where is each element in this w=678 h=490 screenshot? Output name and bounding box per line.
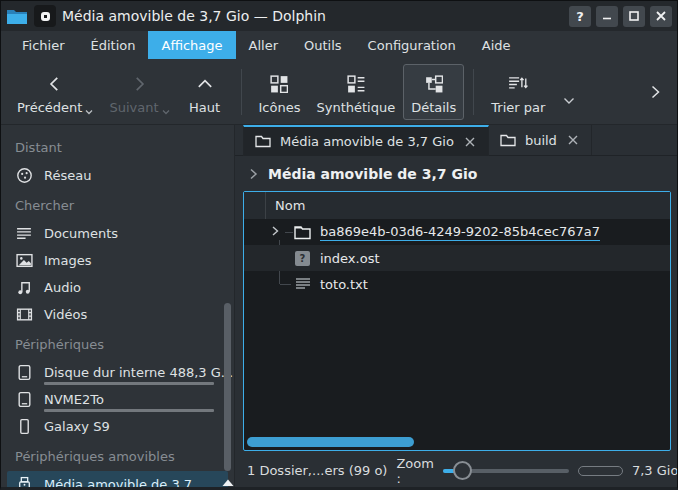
maximize-button[interactable] [623,6,645,27]
sidebar-item-galaxy-s9[interactable]: Galaxy S9 [7,413,228,440]
dolphin-window: Média amovible de 3,7 Gio — Dolphin ? Fi… [0,0,678,490]
toolbar-overflow-button[interactable] [641,77,669,107]
horizontal-scrollbar-track[interactable] [247,437,667,447]
file-row-folder[interactable]: ba869e4b-03d6-4249-9202-85b4cec767a7 [244,219,670,245]
eject-icon [220,478,235,488]
tab-build[interactable]: build [489,125,592,155]
sidebar-item-reseau[interactable]: Réseau [7,162,228,189]
text-file-icon [294,276,311,293]
eject-button[interactable] [220,478,235,488]
compact-view-button[interactable]: Synthétique [308,64,403,120]
titlebar: Média amovible de 3,7 Gio — Dolphin ? [1,1,677,31]
forward-button[interactable]: Suivant [101,64,177,120]
chevron-right-icon[interactable] [248,168,259,180]
menubar: Fichier Édition Affichage Aller Outils C… [1,31,677,59]
chevron-left-icon [46,73,64,95]
back-button[interactable]: Précédent [9,64,101,120]
section-distant: Distant [1,131,234,162]
sidebar-item-documents[interactable]: Documents [7,220,228,247]
menu-outils[interactable]: Outils [291,31,355,59]
file-rows: ba869e4b-03d6-4249-9202-85b4cec767a7 ? i… [244,219,670,297]
image-icon [15,252,33,270]
icons-view-button[interactable]: Icônes [251,64,309,120]
breadcrumb-location[interactable]: Média amovible de 3,7 Gio [268,166,477,182]
help-button[interactable]: ? [569,6,591,27]
music-note-icon [15,279,33,297]
up-button[interactable]: Haut [178,64,232,120]
menu-affichage[interactable]: Affichage [148,31,235,59]
hard-drive-icon [15,391,33,409]
file-name[interactable]: index.ost [320,251,380,266]
chevron-up-icon [196,73,214,95]
dolphin-folder-icon [6,7,28,25]
window-body: Distant Réseau Chercher Documents Images [1,125,677,487]
caret-down-icon [162,109,170,115]
sidebar-item-nvme2to[interactable]: NVME2To [7,386,228,413]
menu-edition[interactable]: Édition [78,31,149,59]
smartphone-icon [15,418,33,436]
close-button[interactable] [650,6,672,27]
file-name[interactable]: toto.txt [320,277,368,292]
window-controls: ? [569,6,672,27]
free-space-text: 7,3 Gio libre(s) [632,463,678,478]
compact-view-icon [347,73,365,95]
usb-drive-icon [15,476,33,488]
app-ring-icon [41,12,50,21]
hard-drive-icon [15,364,33,382]
horizontal-scrollbar[interactable] [247,437,414,447]
details-view-button[interactable]: Détails [403,64,464,120]
toolbar: Précédent Suivant Haut [1,59,677,125]
breadcrumb: Média amovible de 3,7 Gio [235,156,677,191]
column-header: Nom [244,192,670,219]
film-icon [15,306,33,324]
toolbar-separator [241,69,242,115]
tab-media-amovible[interactable]: Média amovible de 3,7 Gio [243,125,489,156]
disk-usage-bar [44,409,214,412]
caret-down-icon [85,109,93,115]
toolbar-separator [473,69,474,115]
expander-chevron-icon[interactable] [270,224,280,241]
menu-aller[interactable]: Aller [236,31,291,59]
close-icon [465,137,475,147]
status-summary: 1 Dossier,...ers (99 o) [247,463,387,478]
sidebar-item-disque-interne[interactable]: Disque dur interne 488,3 G... [7,359,228,386]
sort-by-button[interactable]: Trier par [483,64,553,120]
tab-close-button[interactable] [463,135,477,149]
file-row-text[interactable]: toto.txt [244,271,670,297]
sidebar-item-images[interactable]: Images [7,247,228,274]
sidebar-scrollbar[interactable] [224,303,231,471]
chevron-right-icon [130,73,148,95]
free-space-bar [578,466,623,476]
document-lines-icon [15,225,33,243]
menu-fichier[interactable]: Fichier [9,31,78,59]
tab-bar: Média amovible de 3,7 Gio build [235,125,677,156]
unknown-file-icon: ? [294,250,311,267]
app-menu-button[interactable] [34,5,56,27]
section-chercher: Chercher [1,189,234,220]
section-peripheriques-amovibles: Périphériques amovibles [1,440,234,471]
icons-view-icon [270,73,288,95]
window-title: Média amovible de 3,7 Gio — Dolphin [62,8,326,24]
main-content: Média amovible de 3,7 Gio build Média am… [235,125,677,487]
folder-icon [294,224,311,241]
details-view-icon [425,73,443,95]
sidebar-item-audio[interactable]: Audio [7,274,228,301]
zoom-slider[interactable] [443,469,569,473]
sort-caret-down-icon[interactable] [563,97,575,105]
tab-close-button[interactable] [566,133,580,147]
minimize-button[interactable] [596,6,618,27]
zoom-label: Zoom : [396,456,433,486]
sidebar-item-media-amovible[interactable]: Média amovible de 3,7 ... [7,471,228,487]
folder-icon [500,134,516,147]
file-name[interactable]: ba869e4b-03d6-4249-9202-85b4cec767a7 [320,224,600,241]
file-row-unknown[interactable]: ? index.ost [244,245,670,271]
close-icon [568,135,578,145]
sidebar-item-videos[interactable]: Vidéos [7,301,228,328]
menu-aide[interactable]: Aide [469,31,524,59]
column-nom[interactable]: Nom [266,198,305,213]
network-icon [15,167,33,185]
disk-usage-bar [44,382,214,385]
zoom-slider-handle[interactable] [453,461,472,480]
places-panel: Distant Réseau Chercher Documents Images [1,125,235,487]
menu-configuration[interactable]: Configuration [355,31,469,59]
